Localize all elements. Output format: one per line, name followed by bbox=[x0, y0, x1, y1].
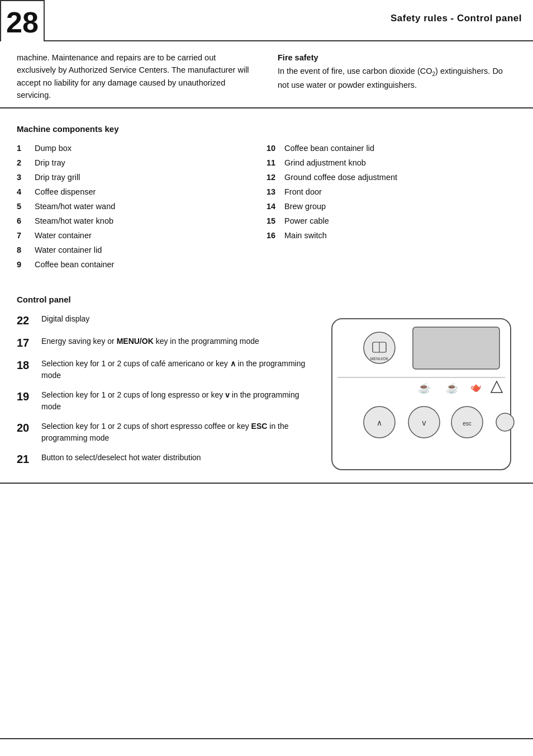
control-panel-diagram: MENU/OK ☕ ☕ 🫖 ∧ v bbox=[326, 313, 516, 475]
comp-label: Drip tray bbox=[35, 157, 65, 169]
comp-label: Steam/hot water wand bbox=[35, 201, 115, 212]
comp-label: Main switch bbox=[284, 230, 327, 242]
comp-num: 10 bbox=[266, 143, 284, 154]
components-section: Machine components key 1Dump box2Drip tr… bbox=[0, 108, 533, 279]
comp-num: 11 bbox=[266, 157, 284, 169]
comp-label: Grind adjustment knob bbox=[284, 157, 366, 169]
list-item: 10Coffee bean container lid bbox=[266, 143, 516, 154]
comp-num: 13 bbox=[266, 186, 284, 198]
list-item: 11Grind adjustment knob bbox=[266, 157, 516, 169]
control-item-num: 17 bbox=[17, 336, 41, 350]
list-item: 3Drip tray grill bbox=[17, 172, 266, 183]
control-item-desc: Button to select/deselect hot water dist… bbox=[41, 452, 201, 464]
control-layout: 22Digital display17Energy saving key or … bbox=[17, 313, 516, 477]
comp-label: Brew group bbox=[284, 201, 326, 212]
comp-label: Water container bbox=[35, 230, 92, 242]
page-title-area: Safety rules - Control panel bbox=[45, 0, 533, 40]
control-item: 18Selection key for 1 or 2 cups of café … bbox=[17, 358, 315, 381]
comp-num: 5 bbox=[17, 201, 35, 212]
svg-marker-10 bbox=[491, 381, 502, 393]
comp-num: 14 bbox=[266, 201, 284, 212]
svg-text:∧: ∧ bbox=[377, 418, 382, 427]
list-item: 8Water container lid bbox=[17, 244, 266, 256]
list-item: 14Brew group bbox=[266, 201, 516, 212]
comp-num: 15 bbox=[266, 215, 284, 227]
comp-label: Power cable bbox=[284, 215, 329, 227]
list-item: 6Steam/hot water knob bbox=[17, 215, 266, 227]
svg-text:MENU/OK: MENU/OK bbox=[370, 357, 389, 361]
control-item-desc: Selection key for 1 or 2 cups of café am… bbox=[41, 358, 315, 381]
comp-num: 12 bbox=[266, 172, 284, 183]
control-item-desc: Selection key for 1 or 2 cups of long es… bbox=[41, 389, 315, 413]
comp-num: 2 bbox=[17, 157, 35, 169]
list-item: 7Water container bbox=[17, 230, 266, 242]
control-item: 22Digital display bbox=[17, 313, 315, 328]
comp-label: Steam/hot water knob bbox=[35, 215, 113, 227]
fire-safety-title: Fire safety bbox=[278, 51, 516, 64]
comp-label: Water container lid bbox=[35, 244, 102, 256]
comp-label: Coffee dispenser bbox=[35, 186, 96, 198]
control-list: 22Digital display17Energy saving key or … bbox=[17, 313, 315, 477]
control-item: 17Energy saving key or MENU/OK key in th… bbox=[17, 336, 315, 350]
list-item: 16Main switch bbox=[266, 230, 516, 242]
comp-label: Coffee bean container bbox=[35, 259, 114, 271]
control-item-num: 21 bbox=[17, 452, 41, 466]
list-item: 9Coffee bean container bbox=[17, 259, 266, 271]
components-col-left: 1Dump box2Drip tray3Drip tray grill4Coff… bbox=[17, 143, 266, 273]
fire-safety-text: In the event of fire, use carbon dioxide… bbox=[278, 67, 503, 89]
control-item-desc: Energy saving key or MENU/OK key in the … bbox=[41, 336, 259, 347]
intro-left: machine. Maintenance and repairs are to … bbox=[17, 51, 272, 102]
svg-text:esc: esc bbox=[463, 420, 472, 427]
svg-text:v: v bbox=[422, 418, 426, 427]
comp-num: 1 bbox=[17, 143, 35, 154]
svg-text:☕: ☕ bbox=[418, 382, 431, 394]
page-title: Safety rules - Control panel bbox=[391, 13, 522, 24]
list-item: 5Steam/hot water wand bbox=[17, 201, 266, 212]
comp-num: 7 bbox=[17, 230, 35, 242]
list-item: 15Power cable bbox=[266, 215, 516, 227]
comp-label: Ground coffee dose adjustment bbox=[284, 172, 397, 183]
svg-text:🫖: 🫖 bbox=[470, 382, 482, 393]
control-item: 21Button to select/deselect hot water di… bbox=[17, 452, 315, 466]
control-item-num: 18 bbox=[17, 358, 41, 372]
page-header: 28 Safety rules - Control panel bbox=[0, 0, 533, 41]
svg-rect-1 bbox=[413, 327, 499, 369]
page-number: 28 bbox=[0, 0, 45, 41]
control-item-num: 19 bbox=[17, 389, 41, 404]
comp-num: 9 bbox=[17, 259, 35, 271]
control-diagram: MENU/OK ☕ ☕ 🫖 ∧ v bbox=[326, 313, 516, 477]
svg-point-17 bbox=[496, 413, 514, 431]
list-item: 1Dump box bbox=[17, 143, 266, 154]
comp-label: Dump box bbox=[35, 143, 72, 154]
components-list: 1Dump box2Drip tray3Drip tray grill4Coff… bbox=[17, 143, 516, 273]
intro-right: Fire safety In the event of fire, use ca… bbox=[272, 51, 516, 102]
control-panel-title: Control panel bbox=[17, 295, 516, 304]
intro-left-text: machine. Maintenance and repairs are to … bbox=[17, 53, 249, 100]
control-item-num: 22 bbox=[17, 313, 41, 328]
comp-num: 4 bbox=[17, 186, 35, 198]
comp-num: 3 bbox=[17, 172, 35, 183]
components-col-right: 10Coffee bean container lid11Grind adjus… bbox=[266, 143, 516, 273]
list-item: 2Drip tray bbox=[17, 157, 266, 169]
comp-num: 8 bbox=[17, 244, 35, 256]
control-item: 19Selection key for 1 or 2 cups of long … bbox=[17, 389, 315, 413]
comp-label: Drip tray grill bbox=[35, 172, 80, 183]
comp-label: Front door bbox=[284, 186, 322, 198]
comp-label: Coffee bean container lid bbox=[284, 143, 374, 154]
list-item: 13Front door bbox=[266, 186, 516, 198]
control-item-desc: Digital display bbox=[41, 313, 89, 325]
comp-num: 16 bbox=[266, 230, 284, 242]
list-item: 4Coffee dispenser bbox=[17, 186, 266, 198]
control-item: 20Selection key for 1 or 2 cups of short… bbox=[17, 420, 315, 444]
control-item-num: 20 bbox=[17, 420, 41, 435]
comp-num: 6 bbox=[17, 215, 35, 227]
control-item-desc: Selection key for 1 or 2 cups of short e… bbox=[41, 420, 315, 444]
list-item: 12Ground coffee dose adjustment bbox=[266, 172, 516, 183]
svg-text:☕: ☕ bbox=[446, 382, 459, 394]
components-title: Machine components key bbox=[17, 124, 516, 134]
page-bottom-border bbox=[0, 738, 533, 739]
intro-section: machine. Maintenance and repairs are to … bbox=[0, 41, 533, 108]
control-panel-section: Control panel 22Digital display17Energy … bbox=[0, 279, 533, 484]
